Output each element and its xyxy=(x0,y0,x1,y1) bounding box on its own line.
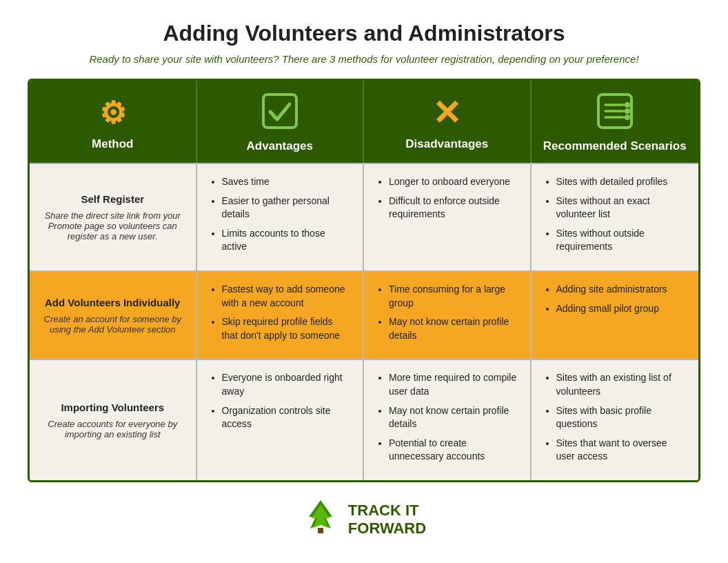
svg-point-7 xyxy=(625,115,630,120)
advantage-item: Skip required profile fields that don't … xyxy=(222,315,351,342)
table-body: Self RegisterShare the direct site link … xyxy=(30,163,698,480)
disadvantage-item: Difficult to enforce outside requirement… xyxy=(389,195,518,221)
method-name: Add Volunteers Individually xyxy=(45,297,180,308)
scenario-item: Sites without an exact volunteer list xyxy=(556,195,687,221)
svg-point-6 xyxy=(625,108,630,114)
disadvantage-item: Time consuming for a large group xyxy=(389,283,518,310)
svg-rect-13 xyxy=(318,528,323,533)
disadvantages-cell-1: Time consuming for a large groupMay not … xyxy=(364,272,532,359)
svg-point-5 xyxy=(625,102,630,108)
method-cell-1: Add Volunteers IndividuallyCreate an acc… xyxy=(30,272,197,359)
advantages-cell-2: Everyone is onboarded right awayOrganiza… xyxy=(197,360,365,480)
advantages-cell-0: Saves timeEasier to gather personal deta… xyxy=(197,164,365,270)
check-icon xyxy=(262,93,298,132)
scenario-item: Sites that want to oversee user access xyxy=(556,437,687,464)
table-row: Add Volunteers IndividuallyCreate an acc… xyxy=(30,270,698,359)
scenario-item: Sites with detailed profiles xyxy=(556,175,687,189)
disadvantage-item: Longer to onboard everyone xyxy=(389,175,518,189)
brand-name: TRACK IT FORWARD xyxy=(348,502,426,538)
advantages-cell-1: Fastest way to add someone with a new ac… xyxy=(197,272,365,359)
table-row: Self RegisterShare the direct site link … xyxy=(30,163,698,270)
scenario-item: Sites with an existing list of volunteer… xyxy=(556,371,687,398)
scenario-item: Sites without outside requirements xyxy=(556,227,687,254)
advantage-item: Limits accounts to those active xyxy=(222,227,351,254)
disadvantages-cell-0: Longer to onboard everyoneDifficult to e… xyxy=(364,164,532,270)
method-cell-0: Self RegisterShare the direct site link … xyxy=(30,164,197,270)
method-name: Importing Volunteers xyxy=(61,402,164,413)
advantage-item: Organization controls site access xyxy=(222,404,351,431)
disadvantage-item: Potential to create unnecessary accounts xyxy=(389,437,518,464)
svg-rect-0 xyxy=(263,95,296,128)
disadvantage-item: May not know certain profile details xyxy=(389,315,518,342)
x-icon: ✕ xyxy=(432,96,461,130)
scenario-item: Adding small pilot group xyxy=(556,302,687,316)
scenarios-cell-2: Sites with an existing list of volunteer… xyxy=(532,360,699,480)
scenario-item: Adding site administrators xyxy=(556,283,687,297)
header-scenarios: Recommended Scenarios xyxy=(532,81,699,163)
tree-icon xyxy=(302,497,340,542)
list-icon xyxy=(597,93,633,132)
method-cell-2: Importing VolunteersCreate accounts for … xyxy=(30,360,197,480)
scenarios-cell-0: Sites with detailed profilesSites withou… xyxy=(532,164,699,270)
brand-logo: TRACK IT FORWARD xyxy=(302,497,426,542)
disadvantage-item: More time required to compile user data xyxy=(389,371,518,398)
header-method: ⚙ Method xyxy=(30,81,197,163)
main-table: ⚙ Method Advantages ✕ Disadvantages xyxy=(28,79,700,482)
scenario-item: Sites with basic profile questions xyxy=(556,404,687,431)
page-subtitle: Ready to share your site with volunteers… xyxy=(89,53,638,65)
advantage-item: Everyone is onboarded right away xyxy=(222,371,351,398)
gear-icon: ⚙ xyxy=(99,95,126,130)
table-row: Importing VolunteersCreate accounts for … xyxy=(30,359,698,480)
scenarios-cell-1: Adding site administratorsAdding small p… xyxy=(532,272,699,359)
method-name: Self Register xyxy=(81,193,144,205)
method-desc: Create an account for someone by using t… xyxy=(42,314,183,335)
header-scenarios-label: Recommended Scenarios xyxy=(543,139,687,153)
advantage-item: Easier to gather personal details xyxy=(222,195,351,221)
header-advantages-label: Advantages xyxy=(247,139,313,153)
header-disadvantages: ✕ Disadvantages xyxy=(364,81,532,163)
method-desc: Share the direct site link from your Pro… xyxy=(42,210,183,241)
header-disadvantages-label: Disadvantages xyxy=(405,137,488,151)
advantage-item: Fastest way to add someone with a new ac… xyxy=(222,283,351,310)
header-method-label: Method xyxy=(92,137,133,151)
page-title: Adding Volunteers and Administrators xyxy=(163,21,565,46)
advantage-item: Saves time xyxy=(222,175,351,189)
disadvantage-item: May not know certain profile details xyxy=(389,404,518,431)
footer: TRACK IT FORWARD xyxy=(302,497,426,542)
disadvantages-cell-2: More time required to compile user dataM… xyxy=(364,360,532,480)
header-advantages: Advantages xyxy=(197,81,365,163)
method-desc: Create accounts for everyone by importin… xyxy=(42,419,183,439)
table-header: ⚙ Method Advantages ✕ Disadvantages xyxy=(30,81,698,163)
